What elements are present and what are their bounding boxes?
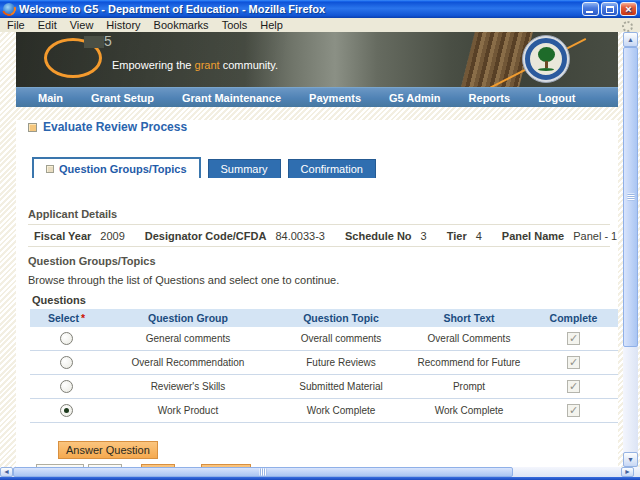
col-header-question-topic: Question Topic xyxy=(273,312,409,324)
panel-name-label: Panel Name xyxy=(502,230,564,242)
complete-checkbox xyxy=(567,404,580,417)
firefox-icon xyxy=(3,3,15,15)
g5-logo-number: 5 xyxy=(104,33,112,49)
complete-checkbox xyxy=(567,332,580,345)
tier-value: 4 xyxy=(476,230,482,242)
fiscal-year-value: 2009 xyxy=(100,230,124,242)
tab-summary[interactable]: Summary xyxy=(208,159,281,178)
question-topic-cell: Future Reviews xyxy=(273,357,409,368)
question-topic-cell: Submitted Material xyxy=(273,381,409,392)
col-header-complete: Complete xyxy=(529,312,618,324)
question-topic-cell: Overall comments xyxy=(273,333,409,344)
menu-edit[interactable]: Edit xyxy=(38,19,57,31)
col-header-question-group: Question Group xyxy=(103,312,273,324)
panel-name-value: Panel - 1 xyxy=(573,230,617,242)
questions-label: Questions xyxy=(32,294,610,306)
menu-file[interactable]: File xyxy=(7,19,25,31)
schedule-no-value: 3 xyxy=(421,230,427,242)
select-radio[interactable] xyxy=(60,332,73,345)
question-group-cell: Reviewer's Skills xyxy=(103,381,273,392)
short-text-cell: Recommend for Future xyxy=(409,357,529,368)
horizontal-scrollbar-thumb[interactable] xyxy=(13,467,513,477)
select-radio[interactable] xyxy=(60,356,73,369)
minimize-button[interactable] xyxy=(582,2,599,16)
nav-main[interactable]: Main xyxy=(38,92,63,104)
table-row: General comments Overall comments Overal… xyxy=(30,327,618,351)
banner-tagline: Empowering the grant community. xyxy=(112,59,278,71)
schedule-no-label: Schedule No xyxy=(345,230,412,242)
select-radio[interactable] xyxy=(60,404,73,417)
vertical-scrollbar[interactable]: ▲ ▼ xyxy=(623,32,638,467)
tab-bar: Question Groups/Topics Summary Confirmat… xyxy=(28,157,610,178)
complete-checkbox xyxy=(567,356,580,369)
table-row: Overall Recommendation Future Reviews Re… xyxy=(30,351,618,375)
scroll-left-arrow-icon[interactable]: ◄ xyxy=(0,467,13,477)
col-header-short-text: Short Text xyxy=(409,312,529,324)
main-navbar: Main Grant Setup Grant Maintenance Payme… xyxy=(16,87,618,107)
browser-window: Welcome to G5 - Department of Education … xyxy=(0,0,640,480)
col-header-select: Select* xyxy=(30,312,103,324)
menu-tools[interactable]: Tools xyxy=(222,19,248,31)
required-mark: * xyxy=(81,312,85,324)
questions-table-header: Select* Question Group Question Topic Sh… xyxy=(30,309,618,327)
question-group-cell: Work Product xyxy=(103,405,273,416)
tier-label: Tier xyxy=(447,230,467,242)
nav-grant-setup[interactable]: Grant Setup xyxy=(91,92,154,104)
vertical-scrollbar-thumb[interactable] xyxy=(623,47,638,347)
page-content: Evaluate Review Process Question Groups/… xyxy=(16,120,618,467)
nav-payments[interactable]: Payments xyxy=(309,92,361,104)
applicant-details-heading: Applicant Details xyxy=(28,208,610,220)
select-radio[interactable] xyxy=(60,380,73,393)
table-row: Work Product Work Complete Work Complete xyxy=(30,399,618,423)
complete-checkbox xyxy=(567,380,580,393)
instruction-text: Browse through the list of Questions and… xyxy=(28,274,610,286)
nav-g5-admin[interactable]: G5 Admin xyxy=(389,92,441,104)
tab-question-groups-topics[interactable]: Question Groups/Topics xyxy=(32,157,201,178)
section-bullet-icon xyxy=(28,123,37,132)
short-text-cell: Overall Comments xyxy=(409,333,529,344)
short-text-cell: Prompt xyxy=(409,381,529,392)
question-group-cell: Overall Recommendation xyxy=(103,357,273,368)
scroll-down-arrow-icon[interactable]: ▼ xyxy=(623,452,638,467)
nav-grant-maintenance[interactable]: Grant Maintenance xyxy=(182,92,281,104)
close-button[interactable]: × xyxy=(620,2,637,16)
question-groups-heading: Question Groups/Topics xyxy=(28,255,610,267)
menu-help[interactable]: Help xyxy=(260,19,283,31)
department-of-education-seal-icon xyxy=(522,35,570,83)
applicant-details-row: Fiscal Year 2009 Designator Code/CFDA 84… xyxy=(28,224,610,247)
activity-throbber-icon xyxy=(622,21,633,32)
nav-reports[interactable]: Reports xyxy=(469,92,511,104)
scroll-up-arrow-icon[interactable]: ▲ xyxy=(623,32,638,47)
short-text-cell: Work Complete xyxy=(409,405,529,416)
maximize-button[interactable] xyxy=(601,2,618,16)
scroll-right-arrow-icon[interactable]: ► xyxy=(621,467,634,477)
tab-bullet-icon xyxy=(46,165,54,173)
questions-table: Select* Question Group Question Topic Sh… xyxy=(30,309,618,423)
menu-bookmarks[interactable]: Bookmarks xyxy=(154,19,209,31)
window-title: Welcome to G5 - Department of Education … xyxy=(19,3,580,15)
question-group-cell: General comments xyxy=(103,333,273,344)
tab-confirmation[interactable]: Confirmation xyxy=(288,159,376,178)
designator-code-value: 84.0033-3 xyxy=(275,230,325,242)
g5-banner: 5 Empowering the grant community. xyxy=(16,32,618,87)
page-title: Evaluate Review Process xyxy=(43,120,187,134)
menu-history[interactable]: History xyxy=(106,19,140,31)
menu-view[interactable]: View xyxy=(70,19,94,31)
titlebar: Welcome to G5 - Department of Education … xyxy=(0,0,640,18)
question-topic-cell: Work Complete xyxy=(273,405,409,416)
fiscal-year-label: Fiscal Year xyxy=(34,230,91,242)
table-row: Reviewer's Skills Submitted Material Pro… xyxy=(30,375,618,399)
menubar: File Edit View History Bookmarks Tools H… xyxy=(0,18,640,32)
page-viewport: 5 Empowering the grant community. Main G… xyxy=(0,32,640,467)
answer-question-button[interactable]: Answer Question xyxy=(58,441,158,459)
horizontal-scrollbar[interactable]: ◄ ► xyxy=(0,467,640,477)
designator-code-label: Designator Code/CFDA xyxy=(145,230,267,242)
nav-logout[interactable]: Logout xyxy=(538,92,575,104)
